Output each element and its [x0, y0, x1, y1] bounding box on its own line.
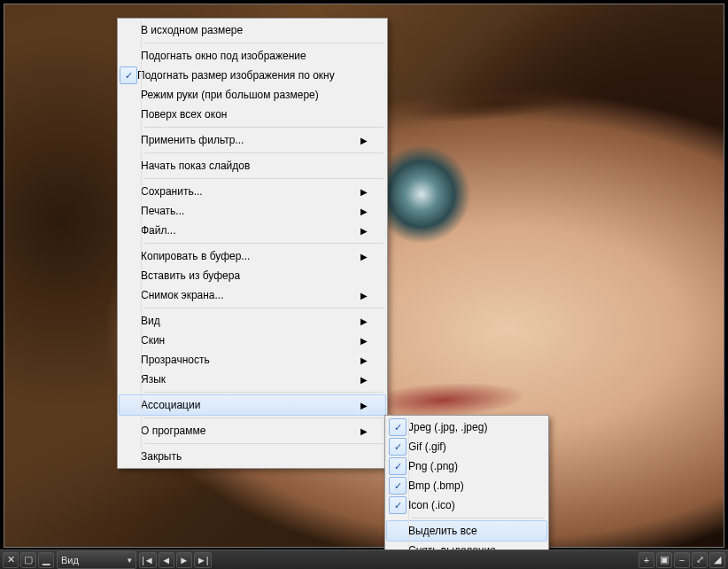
submenu-select-all[interactable]: Выделить все: [386, 520, 547, 542]
close-button[interactable]: ✕: [3, 552, 19, 568]
check-icon: ✓: [389, 457, 407, 475]
menu-paste-from-clipboard[interactable]: Вставить из буфера: [120, 266, 385, 285]
grip-icon: ◢: [714, 554, 721, 565]
minus-icon: −: [679, 555, 685, 565]
menu-hand-mode[interactable]: Режим руки (при большом размере): [120, 85, 385, 105]
submenu-icon[interactable]: ✓Icon (.ico): [387, 495, 546, 515]
menu-separator: [144, 243, 383, 244]
menu-about[interactable]: О программе▶: [120, 421, 385, 440]
submenu-arrow-icon: ▶: [359, 316, 368, 326]
square-icon: ▢: [24, 554, 33, 565]
resize-grip[interactable]: ◢: [709, 552, 725, 568]
check-icon: ✓: [389, 438, 407, 456]
menu-separator: [144, 178, 383, 179]
view-label: Вид: [61, 555, 79, 565]
fit-icon: ▣: [660, 554, 669, 565]
next-button[interactable]: ►: [176, 552, 192, 568]
menu-print[interactable]: Печать...▶: [120, 201, 385, 221]
fullscreen-icon: ⤢: [696, 554, 704, 565]
menu-transparency[interactable]: Прозрачность▶: [120, 350, 385, 370]
menu-separator: [144, 127, 383, 128]
menu-always-on-top[interactable]: Поверх всех окон: [120, 105, 385, 124]
submenu-arrow-icon: ▶: [359, 336, 368, 346]
submenu-jpeg[interactable]: ✓Jpeg (.jpg, .jpeg): [387, 417, 546, 437]
menu-close[interactable]: Закрыть: [120, 447, 385, 466]
check-icon: ✓: [389, 496, 407, 514]
view-dropdown[interactable]: Вид ▾: [57, 551, 136, 569]
submenu-arrow-icon: ▶: [359, 252, 368, 261]
menu-separator: [144, 392, 383, 393]
menu-separator: [144, 152, 383, 153]
prev-button[interactable]: ◄: [159, 552, 174, 568]
submenu-arrow-icon: ▶: [359, 401, 368, 410]
submenu-gif[interactable]: ✓Gif (.gif): [387, 437, 546, 456]
submenu-arrow-icon: ▶: [359, 136, 368, 145]
menu-associations[interactable]: Ассоциации▶: [119, 394, 386, 416]
zoom-out-button[interactable]: −: [674, 552, 690, 568]
menu-file[interactable]: Файл...▶: [120, 221, 385, 240]
next-icon: ►: [179, 555, 189, 565]
submenu-arrow-icon: ▶: [359, 226, 368, 236]
submenu-png[interactable]: ✓Png (.png): [387, 456, 546, 476]
context-submenu-associations: ✓Jpeg (.jpg, .jpeg) ✓Gif (.gif) ✓Png (.p…: [384, 415, 549, 563]
plus-icon: +: [644, 555, 649, 565]
prev-icon: ◄: [161, 555, 171, 565]
minimize-icon: ▁: [43, 554, 50, 565]
menu-original-size[interactable]: В исходном размере: [120, 20, 385, 40]
menu-language[interactable]: Язык▶: [120, 370, 385, 389]
submenu-arrow-icon: ▶: [359, 187, 368, 197]
menu-separator: [144, 417, 383, 418]
first-icon: |◄: [142, 555, 154, 565]
fullscreen-button[interactable]: ⤢: [692, 552, 708, 568]
close-icon: ✕: [7, 554, 15, 565]
menu-fit-image-to-window[interactable]: ✓Подогнать размер изображения по окну: [120, 66, 385, 85]
chevron-down-icon: ▾: [128, 556, 132, 565]
check-icon: ✓: [389, 418, 407, 436]
last-icon: ►|: [197, 555, 209, 565]
menu-view[interactable]: Вид▶: [120, 311, 385, 331]
menu-screenshot[interactable]: Снимок экрана...▶: [120, 285, 385, 305]
zoom-in-button[interactable]: +: [639, 552, 654, 568]
minimize-button[interactable]: ▁: [38, 552, 54, 568]
fit-button[interactable]: ▣: [656, 552, 672, 568]
submenu-arrow-icon: ▶: [359, 207, 368, 216]
context-menu: В исходном размере Подогнать окно под из…: [117, 18, 388, 469]
check-icon: ✓: [389, 477, 407, 495]
submenu-arrow-icon: ▶: [359, 355, 368, 365]
menu-fit-window-to-image[interactable]: Подогнать окно под изображение: [120, 46, 385, 66]
submenu-bmp[interactable]: ✓Bmp (.bmp): [387, 476, 546, 495]
maximize-button[interactable]: ▢: [20, 552, 36, 568]
menu-copy-to-clipboard[interactable]: Копировать в буфер...▶: [120, 246, 385, 266]
menu-skin[interactable]: Скин▶: [120, 331, 385, 350]
first-button[interactable]: |◄: [139, 552, 157, 568]
check-icon: ✓: [120, 66, 137, 84]
submenu-arrow-icon: ▶: [359, 291, 368, 300]
menu-separator: [412, 518, 545, 518]
menu-separator: [144, 43, 383, 43]
menu-save[interactable]: Сохранить...▶: [120, 182, 385, 201]
menu-apply-filter[interactable]: Применить фильтр...▶: [120, 130, 385, 150]
menu-separator: [144, 308, 383, 308]
submenu-arrow-icon: ▶: [359, 375, 368, 385]
menu-separator: [144, 443, 383, 444]
bottom-toolbar: ✕ ▢ ▁ Вид ▾ |◄ ◄ ► ►| + ▣ − ⤢ ◢: [0, 550, 728, 569]
last-button[interactable]: ►|: [194, 552, 212, 568]
submenu-arrow-icon: ▶: [359, 426, 368, 436]
menu-slideshow[interactable]: Начать показ слайдов: [120, 156, 385, 175]
